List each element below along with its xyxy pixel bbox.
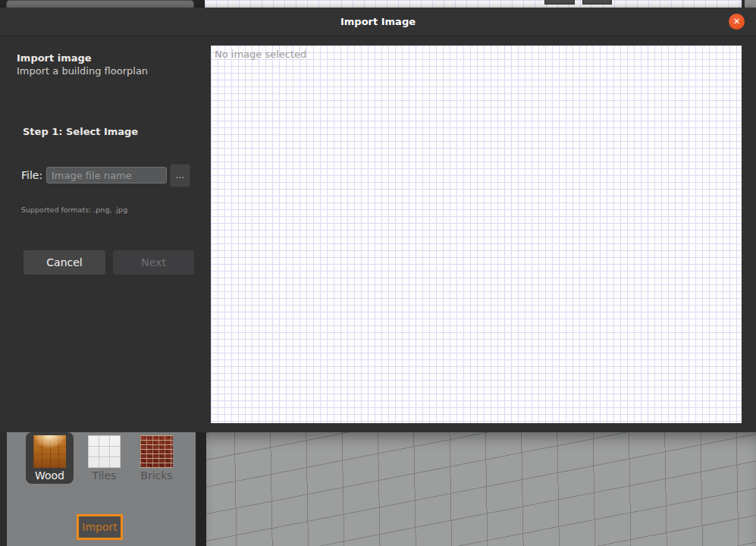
cancel-button[interactable]: Cancel (24, 250, 105, 275)
texture-palette: Wood Tiles Bricks Import (7, 432, 196, 546)
3d-viewport[interactable] (206, 432, 756, 546)
texture-label: Wood (26, 469, 74, 482)
bricks-texture-thumbnail (140, 435, 173, 468)
image-preview-area: No image selected (211, 46, 742, 423)
no-image-text: No image selected (211, 46, 742, 60)
app-window: Import Image ✕ Import image Import a bui… (0, 0, 756, 546)
step-title: Step 1: Select Image (23, 126, 138, 137)
tiles-texture-thumbnail (88, 435, 121, 468)
texture-item-tiles[interactable]: Tiles (80, 432, 128, 482)
browse-button[interactable]: ... (170, 164, 190, 187)
texture-label: Bricks (133, 469, 180, 482)
wood-texture-thumbnail (33, 435, 66, 468)
next-button[interactable]: Next (113, 250, 194, 275)
background-scrollbar (742, 0, 756, 8)
file-name-input[interactable] (46, 167, 167, 184)
background-toolbar-button (582, 0, 612, 5)
dialog-titlebar: Import Image ✕ (0, 8, 756, 36)
dialog-buttons: Cancel Next (24, 250, 194, 275)
dialog-subheading: Import a building floorplan (17, 65, 148, 77)
close-icon[interactable]: ✕ (729, 14, 745, 30)
supported-formats-note: Supported formats: .png, .jpg (21, 206, 127, 214)
panel-divider (196, 432, 206, 546)
dialog-heading: Import image (17, 52, 92, 64)
file-label: File: (21, 169, 42, 181)
texture-item-wood[interactable]: Wood (26, 432, 74, 484)
editor-bottom-region: Wood Tiles Bricks Import (0, 432, 756, 546)
background-palette-panel-top (6, 0, 194, 8)
import-button[interactable]: Import (77, 514, 123, 540)
import-image-dialog: Import Image ✕ Import image Import a bui… (0, 8, 756, 432)
background-2d-editor-strip (205, 0, 742, 8)
dialog-left-pane: Import image Import a building floorplan… (0, 37, 211, 432)
texture-item-bricks[interactable]: Bricks (133, 432, 180, 482)
background-toolbar-button (544, 0, 575, 5)
dialog-title: Import Image (340, 16, 416, 27)
texture-label: Tiles (80, 469, 128, 482)
3d-ground-grid (206, 432, 756, 546)
background-app-strip (0, 0, 756, 8)
